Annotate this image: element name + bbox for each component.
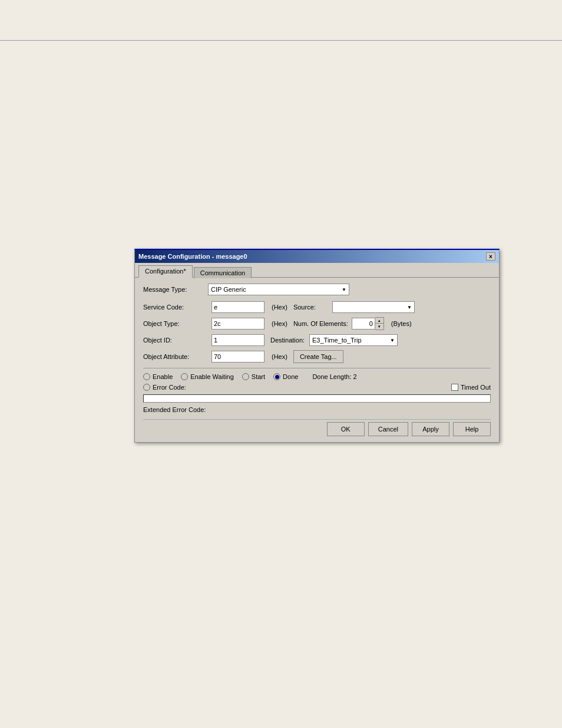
spinner-buttons: ▲ ▼	[375, 317, 384, 330]
dialog-title: Message Configuration - message0	[138, 253, 247, 260]
service-source-row: Service Code: (Hex) Source: ▼	[143, 301, 491, 313]
done-radio-dot	[275, 375, 279, 379]
destination-arrow-icon: ▼	[390, 338, 395, 343]
source-select[interactable]: ▼	[332, 301, 415, 313]
source-label: Source:	[293, 304, 329, 311]
service-code-hex: (Hex)	[272, 304, 287, 311]
radio-enable[interactable]: Enable	[143, 373, 173, 380]
source-group: Source: ▼	[293, 301, 491, 313]
enable-radio-icon	[143, 373, 150, 380]
top-rule	[0, 40, 562, 41]
spinner-up-button[interactable]: ▲	[375, 318, 384, 324]
error-code-radio-icon	[143, 384, 150, 391]
create-tag-button[interactable]: Create Tag...	[293, 350, 343, 363]
destination-group: Destination: E3_Time_to_Trip ▼	[270, 334, 491, 346]
apply-button[interactable]: Apply	[412, 422, 449, 436]
object-attribute-label: Object Attribute:	[143, 353, 208, 360]
status-row: Enable Enable Waiting Start Done Done Le…	[143, 373, 491, 380]
object-type-hex: (Hex)	[272, 320, 287, 327]
radio-enable-waiting[interactable]: Enable Waiting	[181, 373, 234, 380]
object-type-group: Object Type: (Hex)	[143, 317, 287, 330]
object-attribute-hex: (Hex)	[272, 353, 287, 360]
objectid-destination-row: Object ID: Destination: E3_Time_to_Trip …	[143, 334, 491, 346]
close-button[interactable]: ×	[486, 252, 495, 261]
button-row: OK Cancel Apply Help	[143, 419, 491, 436]
progress-bar	[143, 394, 491, 403]
objectattr-createtag-row: Object Attribute: (Hex) Create Tag...	[143, 350, 491, 363]
start-radio-icon	[242, 373, 249, 380]
objecttype-numelements-row: Object Type: (Hex) Num. Of Elements: ▲ ▼…	[143, 317, 491, 330]
num-elements-group: Num. Of Elements: ▲ ▼ (Bytes)	[293, 317, 491, 330]
timed-out-group: Timed Out	[451, 384, 491, 391]
radio-error-code[interactable]: Error Code:	[143, 384, 186, 391]
help-button[interactable]: Help	[453, 422, 491, 436]
object-id-input[interactable]	[211, 334, 265, 346]
num-elements-bytes: (Bytes)	[391, 320, 412, 327]
tab-configuration[interactable]: Configuration*	[138, 265, 193, 278]
object-type-input[interactable]	[211, 318, 265, 330]
num-elements-input[interactable]	[352, 318, 375, 330]
message-type-label: Message Type:	[143, 286, 208, 293]
num-elements-spinner: ▲ ▼	[352, 317, 384, 330]
progress-area	[143, 394, 491, 403]
destination-label: Destination:	[270, 337, 306, 344]
service-code-label: Service Code:	[143, 304, 208, 311]
radio-done[interactable]: Done	[273, 373, 298, 380]
message-type-row: Message Type: CIP Generic ▼	[143, 284, 491, 295]
object-id-label: Object ID:	[143, 337, 208, 344]
tab-communication[interactable]: Communication	[194, 267, 252, 278]
source-arrow-icon: ▼	[407, 305, 412, 310]
radio-start[interactable]: Start	[242, 373, 265, 380]
cancel-button[interactable]: Cancel	[368, 422, 408, 436]
object-id-group: Object ID:	[143, 334, 265, 346]
enable-waiting-radio-icon	[181, 373, 188, 380]
object-attribute-group: Object Attribute: (Hex)	[143, 350, 287, 363]
dialog-window: Message Configuration - message0 × Confi…	[134, 249, 500, 443]
service-code-group: Service Code: (Hex)	[143, 301, 287, 313]
tab-strip: Configuration* Communication	[135, 263, 499, 278]
error-code-row: Error Code: Timed Out	[143, 384, 491, 391]
object-attribute-input[interactable]	[211, 351, 265, 363]
page-background: Message Configuration - message0 × Confi…	[0, 0, 562, 728]
num-elements-label: Num. Of Elements:	[293, 320, 348, 327]
create-tag-group: Create Tag...	[293, 350, 491, 363]
done-radio-icon	[273, 373, 280, 380]
message-type-select[interactable]: CIP Generic ▼	[208, 284, 349, 295]
done-length-label: Done Length: 2	[312, 373, 356, 380]
message-type-arrow-icon: ▼	[342, 287, 346, 292]
dialog-content: Message Type: CIP Generic ▼ Service Code…	[135, 278, 499, 442]
object-type-label: Object Type:	[143, 320, 208, 327]
ok-button[interactable]: OK	[327, 422, 365, 436]
service-code-input[interactable]	[211, 301, 265, 313]
spinner-down-button[interactable]: ▼	[375, 324, 384, 330]
divider-1	[143, 368, 491, 368]
title-bar: Message Configuration - message0 ×	[135, 250, 499, 263]
timed-out-checkbox[interactable]	[451, 384, 458, 391]
extended-error-section: Extended Error Code:	[143, 406, 491, 413]
destination-select[interactable]: E3_Time_to_Trip ▼	[309, 334, 398, 346]
extended-error-label: Extended Error Code:	[143, 406, 491, 413]
